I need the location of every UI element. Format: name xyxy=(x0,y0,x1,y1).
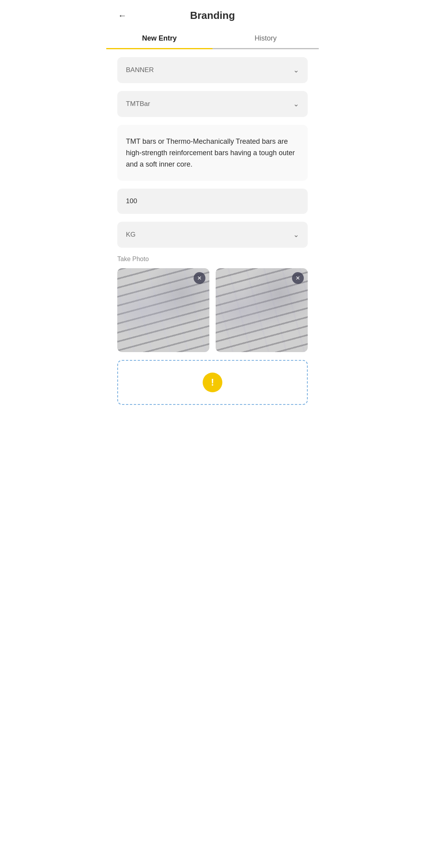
form-content: BANNER ⌄ TMTBar ⌄ TMT bars or Thermo-Mec… xyxy=(106,57,319,405)
warning-icon: ! xyxy=(203,373,222,392)
photo-item-1: ✕ xyxy=(117,268,209,352)
banner-dropdown[interactable]: BANNER ⌄ xyxy=(117,57,308,83)
tmtbar-dropdown[interactable]: TMTBar ⌄ xyxy=(117,91,308,117)
page-title: Branding xyxy=(190,9,235,22)
banner-dropdown-label: BANNER xyxy=(126,66,154,74)
tab-history[interactable]: History xyxy=(213,28,319,49)
take-photo-label: Take Photo xyxy=(117,256,308,263)
tab-new-entry[interactable]: New Entry xyxy=(106,28,213,49)
header: ← Branding xyxy=(106,0,319,28)
tab-bar: New Entry History xyxy=(106,28,319,49)
photo-item-2: ✕ xyxy=(216,268,308,352)
add-photo-box[interactable]: ! xyxy=(117,360,308,405)
description-text: TMT bars or Thermo-Mechanically Treated … xyxy=(126,136,299,170)
back-button[interactable]: ← xyxy=(118,11,127,21)
banner-chevron-icon: ⌄ xyxy=(293,66,299,74)
photos-grid: ✕ ✕ xyxy=(117,268,308,352)
quantity-input[interactable] xyxy=(117,189,308,214)
unit-dropdown[interactable]: KG ⌄ xyxy=(117,222,308,248)
tmtbar-chevron-icon: ⌄ xyxy=(293,100,299,108)
unit-dropdown-label: KG xyxy=(126,231,136,239)
description-box: TMT bars or Thermo-Mechanically Treated … xyxy=(117,125,308,181)
tmtbar-dropdown-label: TMTBar xyxy=(126,100,150,108)
unit-chevron-icon: ⌄ xyxy=(293,230,299,239)
